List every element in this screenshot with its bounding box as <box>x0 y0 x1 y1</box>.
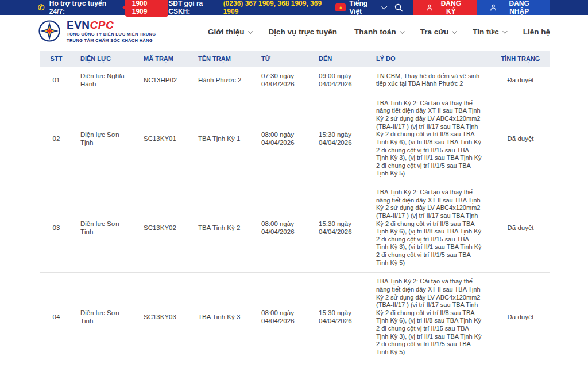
nav-label: Dịch vụ trực tuyến <box>269 28 337 36</box>
chevron-down-icon <box>400 29 404 33</box>
nav-label: Liên hệ <box>523 28 550 36</box>
cell-dien-luc: Điện lực Sơn Tịnh <box>72 183 136 273</box>
site-header: EVNCPC TỔNG CÔNG TY ĐIỆN LỰC MIỀN TRUNG … <box>0 15 588 49</box>
col-header-stt: STT <box>40 51 72 67</box>
cell-ma-tram: SC13KY05 <box>136 362 190 368</box>
cell-ten-tram: TBA Tịnh Kỳ 3 <box>190 273 253 362</box>
col-header-tu: TỪ <box>253 51 311 67</box>
cell-den: 09:00 ngày 04/04/2026 <box>311 67 368 94</box>
table-row: 05Điện lực Sơn TịnhSC13KY05TBA Tịnh Kỳ 5… <box>40 362 550 368</box>
cell-ma-tram: SC13KY03 <box>136 273 190 362</box>
cell-ma-tram: NC13HP02 <box>136 67 190 94</box>
support-hotline: ✆ Hỗ trợ trực tuyến 24/7: 1900 1909 <box>38 0 168 17</box>
cell-ten-tram: TBA Tịnh Kỳ 1 <box>190 94 253 183</box>
table-row: 03Điện lực Sơn TịnhSC13KY02TBA Tịnh Kỳ 2… <box>40 183 550 273</box>
company-name-line2: TRUNG TÂM CHĂM SÓC KHÁCH HÀNG <box>67 37 156 44</box>
cell-tinh-trang: Đã duyệt <box>491 362 550 368</box>
cskh-label: SĐT gọi ra CSKH: <box>168 0 220 16</box>
cell-tu: 08:00 ngày 04/04/2026 <box>253 94 311 183</box>
logo-evn: EVN <box>67 19 90 31</box>
register-label: ĐĂNG KÝ <box>437 0 465 16</box>
language-selector[interactable]: Tiếng Việt <box>349 0 385 16</box>
topbar-right: SĐT gọi ra CSKH: (0236) 367 1909, 368 19… <box>168 0 588 15</box>
table-row: 01Điện lực Nghĩa HànhNC13HP02Hành Phước … <box>40 67 550 94</box>
cell-dien-luc: Điện lực Sơn Tịnh <box>72 94 136 183</box>
top-bar: ✆ Hỗ trợ trực tuyến 24/7: 1900 1909 SĐT … <box>0 0 588 15</box>
chevron-down-icon <box>381 3 388 10</box>
chevron-down-icon <box>452 29 457 33</box>
col-header-tinh-trang: TÌNH TRẠNG <box>491 51 550 67</box>
brand-logo[interactable]: EVNCPC TỔNG CÔNG TY ĐIỆN LỰC MIỀN TRUNG … <box>38 20 156 45</box>
cell-den: 15:30 ngày 04/04/2026 <box>311 273 368 362</box>
cell-tu: 08:00 ngày 04/04/2026 <box>253 362 311 368</box>
cell-dien-luc: Điện lực Sơn Tịnh <box>72 362 136 368</box>
table-row: 02Điện lực Sơn TịnhSC13KY01TBA Tịnh Kỳ 1… <box>40 94 550 183</box>
col-header-den: ĐẾN <box>311 51 368 67</box>
chevron-down-icon <box>248 29 253 33</box>
person-icon <box>426 4 433 11</box>
search-icon[interactable] <box>394 3 403 12</box>
cell-tu: 08:00 ngày 04/04/2026 <box>253 273 311 362</box>
cell-den: 15:30 ngày 04/04/2026 <box>311 183 368 273</box>
cell-ten-tram: TBA Tịnh Kỳ 5 <box>190 362 253 368</box>
nav-thanh-toan[interactable]: Thanh toán <box>354 28 403 36</box>
nav-label: Tra cứu <box>420 28 449 36</box>
person-icon <box>490 4 497 11</box>
cell-den: 15:30 ngày 04/04/2026 <box>311 94 368 183</box>
evn-star-logo-icon <box>38 20 61 45</box>
cell-ma-tram: SC13KY02 <box>136 183 190 273</box>
cell-dien-luc: Điện lực Nghĩa Hành <box>72 67 136 94</box>
logo-cpc: CPC <box>90 19 114 31</box>
main-navigation: Giới thiệu Dịch vụ trực tuyến Thanh toán… <box>208 28 550 36</box>
cell-ly-do: TBA Tịnh Kỳ 2: Cải tạo và thay thế nâng … <box>368 273 491 362</box>
nav-label: Thanh toán <box>354 28 396 36</box>
cell-tu: 08:00 ngày 04/04/2026 <box>253 183 311 273</box>
cell-stt: 03 <box>40 183 72 273</box>
cell-tinh-trang: Đã duyệt <box>491 183 550 273</box>
cell-ly-do: TBA Tịnh Kỳ 2: Cải tạo và thay thế nâng … <box>368 362 491 368</box>
cell-stt: 04 <box>40 273 72 362</box>
cell-tinh-trang: Đã duyệt <box>491 273 550 362</box>
cell-tinh-trang: Đã duyệt <box>491 94 550 183</box>
col-header-ma-tram: MÃ TRẠM <box>136 51 190 67</box>
cell-stt: 02 <box>40 94 72 183</box>
language-label: Tiếng Việt <box>349 0 378 16</box>
col-header-dien-luc: ĐIỆN LỰC <box>72 51 136 67</box>
support-label: Hỗ trợ trực tuyến 24/7: <box>49 0 117 16</box>
cell-stt: 01 <box>40 67 72 94</box>
outage-table-container: STT ĐIỆN LỰC MÃ TRẠM TÊN TRẠM TỪ ĐẾN LÝ … <box>40 51 550 368</box>
brand-text: EVNCPC TỔNG CÔNG TY ĐIỆN LỰC MIỀN TRUNG … <box>67 20 156 44</box>
vietnam-flag-icon: ★ <box>335 3 346 12</box>
outage-table-body: 01Điện lực Nghĩa HànhNC13HP02Hành Phước … <box>40 67 550 368</box>
hotline-badge[interactable]: 1900 1909 <box>125 0 169 17</box>
nav-gioi-thieu[interactable]: Giới thiệu <box>208 28 252 36</box>
cell-den: 15:30 ngày 04/04/2026 <box>311 362 368 368</box>
cell-tinh-trang: Đã duyệt <box>491 67 550 94</box>
nav-dich-vu-truc-tuyen[interactable]: Dịch vụ trực tuyến <box>269 28 337 36</box>
login-button[interactable]: ĐĂNG NHẬP <box>477 0 550 15</box>
login-label: ĐĂNG NHẬP <box>501 0 537 16</box>
phone-icon: ✆ <box>38 3 45 12</box>
table-header: STT ĐIỆN LỰC MÃ TRẠM TÊN TRẠM TỪ ĐẾN LÝ … <box>40 51 550 67</box>
cell-tu: 07:30 ngày 04/04/2026 <box>253 67 311 94</box>
company-name-line1: TỔNG CÔNG TY ĐIỆN LỰC MIỀN TRUNG <box>67 31 156 37</box>
cell-ly-do: TN CBM, Thay hệ đo đếm và vệ sinh tiếp x… <box>368 67 491 94</box>
outage-table: STT ĐIỆN LỰC MÃ TRẠM TÊN TRẠM TỪ ĐẾN LÝ … <box>40 51 550 368</box>
cell-ly-do: TBA Tịnh Kỳ 2: Cải tạo và thay thế nâng … <box>368 183 491 273</box>
cell-dien-luc: Điện lực Sơn Tịnh <box>72 273 136 362</box>
cell-ma-tram: SC13KY01 <box>136 94 190 183</box>
col-header-ly-do: LÝ DO <box>368 51 491 67</box>
nav-label: Tin tức <box>473 28 499 36</box>
cell-ten-tram: TBA Tịnh Kỳ 2 <box>190 183 253 273</box>
table-row: 04Điện lực Sơn TịnhSC13KY03TBA Tịnh Kỳ 3… <box>40 273 550 362</box>
chevron-down-icon <box>502 29 507 33</box>
nav-tin-tuc[interactable]: Tin tức <box>473 28 506 36</box>
cskh-numbers: (0236) 367 1909, 368 1909, 369 1909 <box>223 0 328 16</box>
register-button[interactable]: ĐĂNG KÝ <box>413 0 477 15</box>
col-header-ten-tram: TÊN TRẠM <box>190 51 253 67</box>
nav-label: Giới thiệu <box>208 28 245 36</box>
cell-ly-do: TBA Tịnh Kỳ 2: Cải tạo và thay thế nâng … <box>368 94 491 183</box>
cell-ten-tram: Hành Phước 2 <box>190 67 253 94</box>
nav-tra-cuu[interactable]: Tra cứu <box>420 28 456 36</box>
nav-lien-he[interactable]: Liên hệ <box>523 28 550 36</box>
